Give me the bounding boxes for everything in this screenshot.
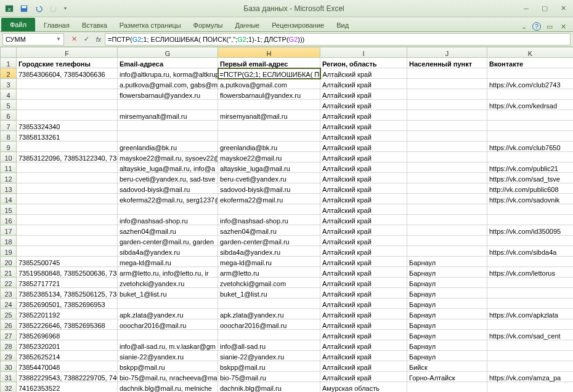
cell-K24[interactable] (487, 298, 574, 309)
cell-K11[interactable]: https://vk.com/public21 (487, 162, 574, 173)
cell-F18[interactable] (17, 236, 118, 246)
cell-I16[interactable]: Алтайский край (320, 215, 407, 225)
cell-G23[interactable]: buket_1@list.ru (118, 288, 218, 298)
cell-J27[interactable]: Барнаул (407, 330, 487, 340)
cell-H31[interactable]: bio-75@mail.ru (218, 372, 320, 382)
cell-G15[interactable] (118, 204, 218, 215)
row-header-23[interactable]: 23 (1, 288, 17, 298)
cell-I5[interactable]: Алтайский край (320, 100, 407, 110)
cell-I19[interactable]: Алтайский край (320, 246, 407, 257)
cell-J5[interactable] (407, 100, 487, 110)
cell-H14[interactable]: ekoferma22@mail.ru (218, 194, 320, 204)
cell-H23[interactable]: buket_1@list.ru (218, 288, 320, 298)
row-header-16[interactable]: 16 (1, 215, 17, 225)
cell-H6[interactable]: mirsemyanalt@mail.ru (218, 110, 320, 121)
cell-I23[interactable]: Алтайский край (320, 288, 407, 298)
undo-icon[interactable] (32, 2, 46, 15)
name-box-dropdown-icon[interactable]: ▼ (56, 36, 61, 42)
ribbon-tab-5[interactable]: Рецензирование (266, 19, 330, 31)
cell-G4[interactable]: flowersbarnaul@yandex.ru (118, 89, 218, 100)
cell-F21[interactable]: 73519580848, 73852500636, 7385 (17, 267, 118, 278)
cell-F14[interactable] (17, 194, 118, 204)
spreadsheet-grid[interactable]: FGHIJK 1Городские телефоныEmail-адресаПе… (0, 47, 573, 392)
cell-J20[interactable]: Барнаул (407, 257, 487, 267)
formula-cancel-icon[interactable]: ✕ (68, 33, 80, 46)
cell-K16[interactable] (487, 215, 574, 225)
file-tab[interactable]: Файл (1, 18, 35, 31)
row-header-12[interactable]: 12 (1, 173, 17, 183)
cell-F23[interactable]: 73852385134, 73852506125, 7385 (17, 288, 118, 298)
row-header-7[interactable]: 7 (1, 121, 17, 131)
cell-G22[interactable]: zvetohcki@yandex.ru (118, 278, 218, 288)
row-header-19[interactable]: 19 (1, 246, 17, 257)
maximize-icon[interactable]: ▢ (537, 3, 552, 14)
cell-I8[interactable]: Алтайский край (320, 131, 407, 142)
qat-customize-icon[interactable]: ▾ (62, 2, 69, 15)
formula-enter-icon[interactable]: ✓ (80, 33, 92, 46)
cell-H26[interactable]: ooochar2016@mail.ru (218, 319, 320, 330)
cell-K31[interactable]: https://vk.com/amza_pa (487, 372, 574, 382)
cell-H10[interactable]: mayskoe22@mail.ru (218, 152, 320, 162)
cell-H12[interactable]: beru-cveti@yandex.ru (218, 173, 320, 183)
cell-G26[interactable]: ooochar2016@mail.ru (118, 319, 218, 330)
redo-icon[interactable] (47, 2, 60, 15)
cell-K7[interactable] (487, 121, 574, 131)
cell-F26[interactable]: 73852226646, 73852695368 (17, 319, 118, 330)
cell-I22[interactable]: Алтайский край (320, 278, 407, 288)
cell-K25[interactable]: https://vk.com/apkzlata (487, 309, 574, 319)
cell-G20[interactable]: mega-ld@mail.ru (118, 257, 218, 267)
cell-H19[interactable]: sibda4a@yandex.ru (218, 246, 320, 257)
cell-G11[interactable]: altayskie_luga@mail.ru, info@a (118, 162, 218, 173)
cell-F12[interactable] (17, 173, 118, 183)
cell-F29[interactable]: 73852625214 (17, 351, 118, 361)
column-header-J[interactable]: J (407, 47, 487, 58)
cell-G21[interactable]: arm@letto.ru, info@letto.ru, ir (118, 267, 218, 278)
cell-H25[interactable]: apk.zlata@yandex.ru (218, 309, 320, 319)
cell-F27[interactable]: 73852696968 (17, 330, 118, 340)
cell-H20[interactable]: mega-ld@mail.ru (218, 257, 320, 267)
cell-G7[interactable] (118, 121, 218, 131)
ribbon-tab-2[interactable]: Разметка страницы (113, 19, 187, 31)
cell-K29[interactable] (487, 351, 574, 361)
row-header-9[interactable]: 9 (1, 142, 17, 152)
ribbon-tab-6[interactable]: Вид (330, 19, 355, 31)
cell-F5[interactable] (17, 100, 118, 110)
cell-F7[interactable]: 73853324340 (17, 121, 118, 131)
cell-F32[interactable]: 74162353522 (17, 382, 118, 393)
cell-G2[interactable]: info@altkrupa.ru, korma@altkrupa.ru (118, 68, 218, 79)
cell-J16[interactable] (407, 215, 487, 225)
row-header-11[interactable]: 11 (1, 162, 17, 173)
cell-I18[interactable]: Алтайский край (320, 236, 407, 246)
cell-G10[interactable]: mayskoe22@mail.ru, sysoev22@ (118, 152, 218, 162)
row-header-25[interactable]: 25 (1, 309, 17, 319)
row-header-1[interactable]: 1 (1, 58, 17, 68)
cell-K15[interactable] (487, 204, 574, 215)
row-header-4[interactable]: 4 (1, 89, 17, 100)
select-all-corner[interactable] (1, 47, 17, 58)
cell-J17[interactable] (407, 225, 487, 236)
cell-H8[interactable] (218, 131, 320, 142)
cell-I3[interactable]: Алтайский край (320, 79, 407, 89)
row-header-8[interactable]: 8 (1, 131, 17, 142)
cell-K14[interactable]: https://vk.com/sadovnik (487, 194, 574, 204)
cell-K10[interactable] (487, 152, 574, 162)
cell-H13[interactable]: sadovod-biysk@mail.ru (218, 183, 320, 194)
cell-G32[interactable]: dachnik.blg@mail.ru, melniche (118, 382, 218, 393)
cell-G29[interactable]: sianie-22@yandex.ru (118, 351, 218, 361)
cell-I20[interactable]: Алтайский край (320, 257, 407, 267)
cell-F3[interactable] (17, 79, 118, 89)
cell-H4[interactable]: flowersbarnaul@yandex.ru (218, 89, 320, 100)
row-header-18[interactable]: 18 (1, 236, 17, 246)
cell-J30[interactable]: Бийск (407, 361, 487, 372)
cell-K22[interactable] (487, 278, 574, 288)
cell-J13[interactable] (407, 183, 487, 194)
cell-H11[interactable]: altayskie_luga@mail.ru (218, 162, 320, 173)
cell-K9[interactable]: https://vk.com/club7650 (487, 142, 574, 152)
cell-F28[interactable]: 73852320201 (17, 340, 118, 351)
cell-F13[interactable] (17, 183, 118, 194)
cell-I25[interactable]: Алтайский край (320, 309, 407, 319)
fx-icon[interactable]: fx (92, 33, 105, 46)
excel-icon[interactable]: X (2, 2, 16, 15)
cell-F19[interactable] (17, 246, 118, 257)
formula-input[interactable]: =ПСТР(G2;1; ЕСЛИОШИБКА( ПОИСК(",";G2;1)-… (105, 33, 571, 46)
